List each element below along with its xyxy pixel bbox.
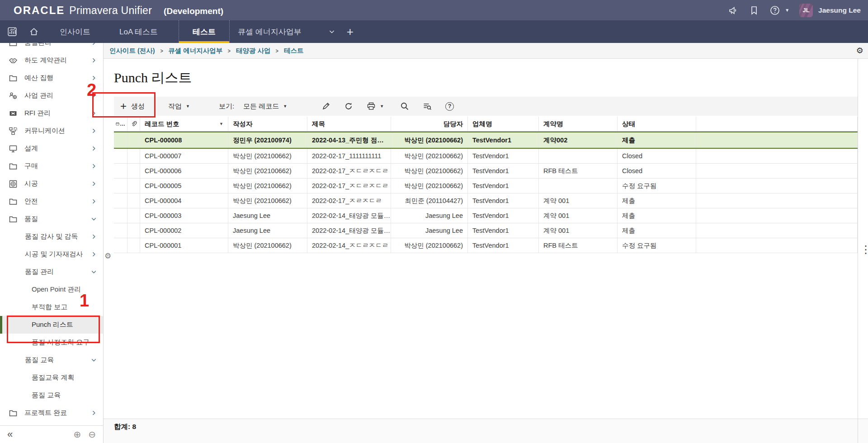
- page-title: Punch 리스트: [114, 69, 192, 87]
- chevron-right-icon: [91, 198, 97, 204]
- avatar[interactable]: JL: [799, 4, 813, 17]
- table-row[interactable]: CPL-000004 박상민 (202100662) 2022-02-17_ㅈㄹ…: [114, 193, 858, 208]
- table-row[interactable]: CPL-000008 정민우 (202100974) 2022-04-13_주민…: [114, 132, 858, 149]
- breadcrumb-separator: >: [228, 47, 231, 54]
- panel-drag-handle-icon[interactable]: ⋮: [860, 244, 868, 255]
- column-calendar[interactable]: …: [114, 117, 127, 131]
- chevron-right-icon: [91, 181, 97, 187]
- column-header-contract[interactable]: 계약명: [539, 117, 618, 131]
- tab-test-active[interactable]: 테스트: [179, 20, 230, 43]
- sidebar-item-communication[interactable]: 커뮤니케이션: [0, 122, 103, 140]
- breadcrumb-item-division[interactable]: 큐셀 에너지사업부: [168, 47, 222, 55]
- breadcrumb-item-current[interactable]: 테스트: [284, 47, 304, 55]
- tab-qcells-energy[interactable]: 큐셀 에너지사업부: [230, 20, 310, 43]
- sidebar-collapse-icon[interactable]: «: [7, 429, 13, 439]
- caret-down-icon: ▼: [380, 104, 384, 108]
- sidebar-item-procurement[interactable]: 구매: [0, 157, 103, 175]
- table-row[interactable]: CPL-000007 박상민 (202100662) 2022-02-17_11…: [114, 149, 858, 164]
- sidebar-item-quality-training[interactable]: 품질 교육: [0, 351, 103, 369]
- caret-down-icon: ▼: [186, 104, 190, 108]
- sidebar-item-training-plan[interactable]: 품질교육 계획: [0, 369, 103, 386]
- sidebar-item-clipped-top[interactable]: 품질관리: [0, 43, 103, 52]
- sidebar-item-punch-list[interactable]: Punch 리스트: [0, 316, 103, 334]
- table-row[interactable]: CPL-000006 박상민 (202100662) 2022-02-17_ㅈㄷ…: [114, 164, 858, 179]
- breadcrumb-settings-gear-icon[interactable]: ⚙: [856, 47, 863, 55]
- sidebar-list: 품질관리 하도 계약관리 예산 집행 사업 관리 RFI 관리 커뮤니케이션 설…: [0, 43, 103, 426]
- column-header-vendor[interactable]: 업체명: [468, 117, 539, 131]
- view-label: 보기:: [219, 102, 234, 111]
- content-right-divider: [858, 59, 858, 443]
- sidebar-item-rfi[interactable]: RFI 관리: [0, 104, 103, 122]
- column-header-status[interactable]: 상태: [618, 117, 696, 131]
- table-row[interactable]: CPL-000002 Jaesung Lee 2022-02-14_태양광 모듈…: [114, 223, 858, 238]
- refresh-icon[interactable]: [344, 102, 353, 111]
- help-icon[interactable]: [769, 5, 780, 16]
- table-header-row: … 레코드 번호▼ 작성자 제목 담당자 업체명 계약명 상태: [114, 117, 858, 132]
- table-row[interactable]: CPL-000001 박상민 (202100662) 2022-02-14_ㅈㄷ…: [114, 238, 858, 253]
- zoom-out-icon[interactable]: ⊖: [88, 430, 96, 439]
- breadcrumb-item-project[interactable]: 태양광 사업: [236, 47, 271, 55]
- dashboard-chart-icon[interactable]: [6, 20, 18, 43]
- chevron-down-icon: [91, 269, 97, 275]
- help-caret-icon[interactable]: ▼: [785, 8, 789, 13]
- chevron-down-icon: [91, 216, 97, 222]
- add-tab-button[interactable]: +: [347, 20, 354, 43]
- sidebar-item-construction[interactable]: 시공: [0, 175, 103, 193]
- bookmark-icon[interactable]: [749, 5, 760, 16]
- environment-label: (Development): [164, 6, 223, 16]
- bottom-strip: [103, 419, 868, 443]
- total-count: 합계: 8: [114, 422, 136, 432]
- breadcrumb-separator: >: [276, 47, 278, 54]
- print-dropdown[interactable]: ▼: [367, 102, 384, 111]
- sidebar-item-inspection[interactable]: 시공 및 기자재검사: [0, 245, 103, 263]
- column-header-filler: [696, 117, 858, 131]
- brand-product: Primavera Unifier: [69, 5, 152, 17]
- sidebar-item-design[interactable]: 설계: [0, 140, 103, 157]
- column-header-assignee[interactable]: 담당자: [391, 117, 468, 131]
- table-row[interactable]: CPL-000005 박상민 (202100662) 2022-02-17_ㅈㄷ…: [114, 179, 858, 193]
- home-icon[interactable]: [28, 20, 40, 43]
- breadcrumb: 인사이트 (전사) > 큐셀 에너지사업부 > 태양광 사업 > 테스트 ⚙: [103, 43, 868, 59]
- annotation-step-1: 1: [80, 291, 89, 311]
- chevron-down-icon: [91, 357, 97, 363]
- sidebar-item-quality[interactable]: 품질: [0, 210, 103, 228]
- sidebar-item-quality-management[interactable]: 품질 관리: [0, 263, 103, 281]
- edit-pencil-icon[interactable]: [321, 102, 330, 111]
- view-dropdown[interactable]: 모든 레코드 ▼: [243, 102, 287, 111]
- sidebar-item-project-close[interactable]: 프로젝트 완료: [0, 404, 103, 422]
- actions-dropdown[interactable]: 작업 ▼: [168, 102, 190, 111]
- chevron-right-icon: [91, 57, 97, 63]
- sidebar-item-safety[interactable]: 안전: [0, 193, 103, 210]
- column-header-author[interactable]: 작성자: [228, 117, 307, 131]
- chevron-right-icon: [91, 234, 97, 240]
- column-header-title[interactable]: 제목: [307, 117, 391, 131]
- search-icon[interactable]: [400, 102, 409, 111]
- announcements-icon[interactable]: [728, 5, 739, 16]
- row-gear-icon[interactable]: ⚙: [104, 252, 111, 260]
- tab-loa-test[interactable]: LoA 테스트: [111, 20, 166, 43]
- records-table: ⚙ … 레코드 번호▼ 작성자 제목 담당자 업체명 계약명 상태 CPL-00…: [114, 117, 858, 253]
- chevron-right-icon: [91, 128, 97, 134]
- record-toolbar: + 생성 작업 ▼ 보기: 모든 레코드 ▼ ▼ ?: [114, 97, 858, 116]
- tab-insight[interactable]: 인사이트: [52, 20, 99, 43]
- toolbar-help-icon[interactable]: ?: [445, 102, 454, 111]
- sidebar-item-training[interactable]: 품질 교육: [0, 386, 103, 404]
- plus-icon: +: [120, 101, 127, 112]
- top-bar: ORACLE Primavera Unifier (Development) ▼…: [0, 0, 868, 20]
- sort-desc-icon: ▼: [217, 122, 223, 126]
- chevron-right-icon: [91, 163, 97, 169]
- sidebar-footer: « ⊕ ⊖: [0, 425, 103, 443]
- sidebar-item-quality-corrective-action[interactable]: 품질 시정조치 요구: [0, 334, 103, 351]
- sidebar-item-quality-audit[interactable]: 품질 감사 및 감독: [0, 228, 103, 245]
- create-button[interactable]: + 생성: [120, 101, 145, 112]
- zoom-in-icon[interactable]: ⊕: [73, 430, 81, 439]
- tab-overflow-chevron-icon[interactable]: [329, 20, 335, 43]
- table-row[interactable]: CPL-000003 Jaesung Lee 2022-02-14_태양광 모듈…: [114, 208, 858, 223]
- brand-oracle: ORACLE: [14, 4, 65, 17]
- sidebar-item-subcontract[interactable]: 하도 계약관리: [0, 52, 103, 69]
- find-on-page-icon[interactable]: [423, 102, 432, 111]
- column-header-record[interactable]: 레코드 번호▼: [140, 117, 228, 131]
- column-attachment[interactable]: [127, 117, 140, 131]
- breadcrumb-item-root[interactable]: 인사이트 (전사): [109, 47, 155, 55]
- caret-down-icon: ▼: [283, 104, 287, 108]
